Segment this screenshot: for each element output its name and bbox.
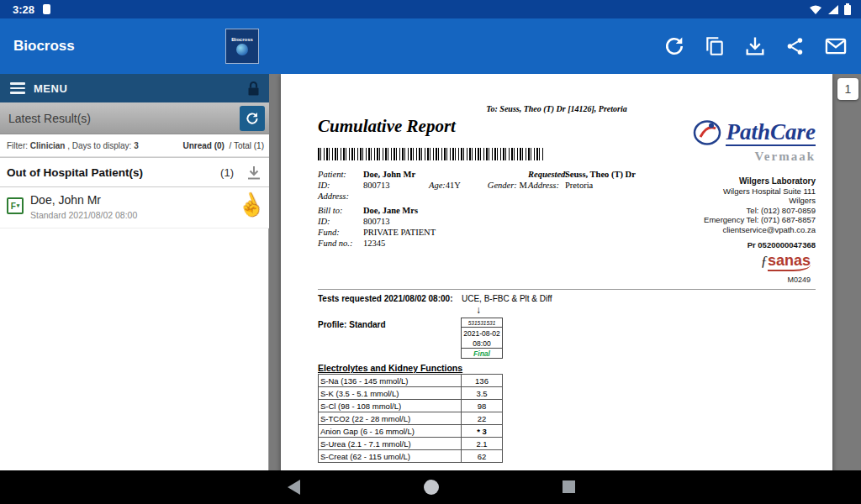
fund-no-value: 12345 <box>363 238 385 249</box>
patient-id-value: 800713 <box>363 180 429 191</box>
sidebar: MENU Latest Result(s) Filter: Clinician … <box>0 74 269 470</box>
sample-status: Final <box>461 348 503 359</box>
globe-icon <box>236 44 248 55</box>
table-row: S-K (3.5 - 5.1 mmol/L)3.5 <box>319 387 503 400</box>
filter-row[interactable]: Filter: Clinician , Days to display: 3 U… <box>0 134 269 157</box>
profile-label: Profile: Standard <box>318 320 386 329</box>
lock-icon <box>246 81 261 97</box>
age-value: 41Y <box>446 180 488 191</box>
patient-name: Doe, John Mr <box>30 193 101 207</box>
pathcare-logo: PathCare Vermaak <box>692 118 816 164</box>
patient-name-value: Doe, John Mr <box>363 169 415 180</box>
lab-emergency-line: Emergency Tel: (071) 687-8857 <box>704 215 816 225</box>
unread-total-counts: Unread (0) / Total (1) <box>182 141 264 150</box>
fund-value: PRIVATE PATIENT <box>363 227 436 238</box>
sanas-logo: ƒ sanas M0249 <box>760 252 811 284</box>
app-title: Biocross <box>13 38 75 55</box>
lab-practice-number: Pr 0520000047368 <box>704 240 816 250</box>
clock: 3:28 <box>13 3 34 16</box>
laboratory-contact-block: Wilgers Laboratory Wilgers Hospital Suit… <box>704 176 816 250</box>
latest-results-header: Latest Result(s) <box>0 102 269 134</box>
group-label: Out of Hospital Patient(s) <box>7 166 143 179</box>
report-page: To: Seuss, Theo (T) Dr [14126], Pretoria… <box>281 74 832 470</box>
app-logo: Biocross <box>225 29 259 64</box>
results-table: S-Na (136 - 145 mmol/L)136 S-K (3.5 - 5.… <box>318 374 503 463</box>
result-file-icon: F▾ <box>7 197 24 214</box>
lab-phone-line: Tel: (012) 807-0859 <box>704 206 816 216</box>
table-row: S-Urea (2.1 - 7.1 mmol/L)2.1 <box>319 438 503 450</box>
lock-button[interactable] <box>246 81 261 97</box>
status-bar: 3:28 <box>0 0 861 18</box>
sanas-accreditation-code: M0249 <box>760 276 811 284</box>
lab-address-line: Wilgers <box>704 196 816 206</box>
refresh-icon <box>245 111 260 126</box>
requested-doctor-value: Seuss, Theo (T) Dr <box>565 169 636 180</box>
share-icon <box>784 35 806 57</box>
requested-info-block: Requested:Seuss, Theo (T) Dr Address:Pre… <box>528 169 636 191</box>
group-header-out-of-hospital[interactable]: Out of Hospital Patient(s) (1) <box>0 157 269 187</box>
wifi-icon <box>809 4 822 15</box>
table-row: Anion Gap (6 - 16 mmol/L)* 3 <box>319 425 503 438</box>
pathcare-wordmark: PathCare <box>726 119 816 146</box>
sanas-wordmark: sanas <box>768 252 811 271</box>
patient-list-item[interactable]: F▾ Doe, John Mr Standard 2021/08/02 08:0… <box>0 187 269 228</box>
table-row: S-Na (136 - 145 mmol/L)136 <box>319 375 503 387</box>
pages-button[interactable] <box>701 33 728 60</box>
tests-requested-value: UCE, B-FBC & Plt & Diff <box>462 294 552 303</box>
share-button[interactable] <box>782 33 809 60</box>
filter-summary: Filter: Clinician , Days to display: 3 <box>7 141 139 150</box>
report-title: Cumulative Report <box>318 116 456 137</box>
pathcare-emblem-icon <box>692 118 722 148</box>
bill-to-value: Doe, Jane Mrs <box>363 205 418 216</box>
requested-address-value: Pretoria <box>565 180 593 191</box>
group-download-button[interactable] <box>244 163 264 186</box>
app-logo-text: Biocross <box>231 37 253 42</box>
document-viewer[interactable]: To: Seuss, Theo (T) Dr [14126], Pretoria… <box>269 74 861 470</box>
download-icon <box>244 163 264 183</box>
patient-detail: Standard 2021/08/02 08:00 <box>30 210 137 220</box>
tests-requested-label: Tests requested 2021/08/02 08:00: <box>318 294 452 303</box>
table-row: S-TCO2 (22 - 28 mmol/L)22 <box>319 412 503 425</box>
hamburger-icon[interactable] <box>10 82 25 94</box>
lab-address-line: Wilgers Hospital Suite 111 <box>704 186 816 197</box>
refresh-button[interactable] <box>661 33 688 60</box>
lab-name: Wilgers Laboratory <box>704 176 816 186</box>
notification-icon <box>43 4 50 14</box>
android-nav-bar <box>0 470 861 504</box>
group-count: (1) <box>220 166 234 179</box>
signal-icon <box>827 4 839 15</box>
page-number-badge: 1 <box>837 78 858 100</box>
patient-info-block: Patient:Doe, John Mr ID:800713Age:41YGen… <box>318 169 527 249</box>
pathcare-subbrand: Vermaak <box>692 150 816 164</box>
menu-bar[interactable]: MENU <box>0 74 269 102</box>
pages-icon <box>704 35 726 57</box>
app-bar: Biocross Biocross <box>0 18 861 74</box>
latest-results-label: Latest Result(s) <box>8 112 91 125</box>
section-title: Electrolytes and Kidney Functions <box>318 363 462 373</box>
sample-date: 2021-08-02 <box>462 328 502 339</box>
gender-value: M <box>519 180 526 191</box>
email-button[interactable] <box>822 33 849 60</box>
down-arrow-icon: ↓ <box>476 304 481 317</box>
barcode <box>318 148 543 160</box>
report-addressee: To: Seuss, Theo (T) Dr [14126], Pretoria <box>281 104 832 113</box>
download-icon <box>743 34 767 58</box>
table-row: S-Cl (98 - 108 mmol/L)98 <box>319 400 503 412</box>
status-icons <box>809 3 851 15</box>
sample-datetime: 2021-08-02 08:00 <box>461 327 503 349</box>
home-button[interactable] <box>424 480 439 495</box>
battery-icon <box>844 3 851 15</box>
latest-refresh-button[interactable] <box>240 106 265 131</box>
app-actions <box>661 33 849 60</box>
divider <box>318 289 816 290</box>
download-button[interactable] <box>742 33 769 60</box>
bill-id-value: 800713 <box>363 216 390 227</box>
table-row: S-Creat (62 - 115 umol/L)62 <box>319 450 503 463</box>
back-button[interactable] <box>288 480 300 495</box>
sample-header-box: 531531531 2021-08-02 08:00 Final <box>461 318 503 359</box>
lab-email: clientservice@vpath.co.za <box>704 225 816 235</box>
email-icon <box>824 34 848 58</box>
hand-pointer-icon: ☝ <box>233 188 268 223</box>
menu-label: MENU <box>34 82 67 95</box>
recents-button[interactable] <box>563 480 575 493</box>
